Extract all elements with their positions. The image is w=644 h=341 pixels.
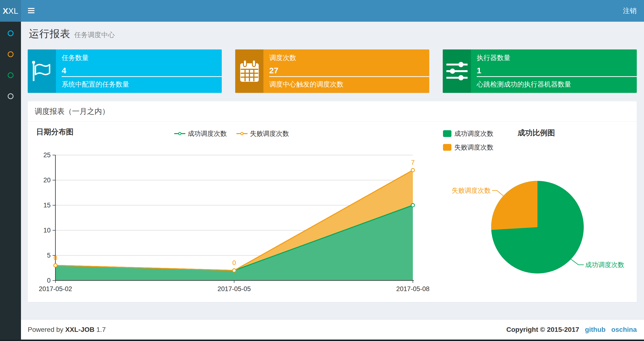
info-box-description: 系统中配置的任务数量 [62, 80, 222, 89]
x-axis-labels: 2017-05-022017-05-052017-05-08 [39, 280, 430, 292]
brand-logo-rest: XL [8, 6, 18, 16]
line-legend-marker-icon [236, 133, 248, 134]
info-box-value: 4 [62, 66, 222, 75]
sidebar-toggle-icon[interactable] [28, 8, 34, 14]
info-box-content: 调度次数 27 调度中心触发的调度次数 [264, 50, 429, 93]
footer-powered-by: Powered by XXL-JOB 1.7 [28, 326, 106, 333]
legend-item-success[interactable]: 成功调度次数 [443, 129, 493, 138]
app-root: XXL 注销 运行报表任务调度中心 任务数量 4 系统中配置的任 [0, 0, 644, 341]
info-box-value: 1 [477, 66, 637, 75]
pie-chart-legend: 成功调度次数 失败调度次数 [443, 129, 493, 157]
svg-text:15: 15 [44, 202, 50, 209]
svg-text:2017-05-05: 2017-05-05 [218, 285, 251, 292]
page-header: 运行报表任务调度中心 [21, 22, 644, 41]
pie-legend-swatch-icon [443, 144, 452, 151]
info-box-label: 执行器数量 [477, 53, 637, 63]
footer-copyright: Copyright © 2015-2017 github oschina [506, 326, 637, 333]
info-box-label: 调度次数 [269, 53, 429, 63]
svg-text:2017-05-02: 2017-05-02 [39, 285, 72, 292]
info-box-description: 心跳检测成功的执行器机器数量 [477, 80, 637, 89]
legend-item-success[interactable]: 成功调度次数 [174, 129, 227, 138]
github-link[interactable]: github [585, 326, 606, 333]
info-box-divider [62, 76, 222, 77]
line-chart-title: 日期分布图 [36, 127, 74, 137]
info-box-divider [269, 76, 429, 77]
sidebar-menu-circle-outline-icon[interactable] [8, 51, 14, 57]
pie-legend-swatch-icon [443, 130, 452, 137]
legend-label: 失败调度次数 [454, 143, 493, 152]
line-legend-marker-icon [174, 133, 185, 134]
pie-chart-title: 成功比例图 [488, 128, 584, 138]
line-chart-legend: 成功调度次数 失败调度次数 [174, 129, 289, 138]
fail-marker [411, 168, 414, 172]
bottom-edge-strip [0, 339, 644, 341]
legend-label: 失败调度次数 [250, 129, 289, 138]
sidebar-nav [0, 22, 21, 341]
fail-marker [232, 269, 236, 272]
info-box-content: 任务数量 4 系统中配置的任务数量 [56, 50, 222, 93]
legend-item-fail[interactable]: 失败调度次数 [443, 143, 493, 152]
info-box-row: 任务数量 4 系统中配置的任务数量 [28, 50, 637, 93]
sidebar-menu-circle-outline-icon[interactable] [8, 72, 14, 78]
sliders-icon [443, 50, 471, 93]
info-box-executors: 执行器数量 1 心跳检测成功的执行器机器数量 [443, 50, 637, 93]
page-subtitle: 任务调度中心 [74, 31, 115, 39]
sidebar-menu-circle-outline-icon[interactable] [8, 30, 14, 36]
content-area: 运行报表任务调度中心 [21, 22, 644, 41]
info-box-label: 任务数量 [62, 53, 222, 63]
fail-data-label: 0 [232, 259, 236, 266]
report-panel: 调度报表（一月之内） 05101520252017-05-022017-05-0… [28, 101, 637, 302]
flag-icon [28, 50, 56, 93]
svg-text:10: 10 [44, 227, 50, 234]
info-box-value: 27 [269, 66, 429, 75]
pie-fail-label: 失败调度次数 [452, 187, 491, 194]
svg-text:2017-05-08: 2017-05-08 [396, 285, 430, 292]
product-name: XXL-JOB [65, 326, 94, 333]
fail-marker [54, 264, 57, 267]
powered-prefix: Powered by [28, 326, 64, 333]
info-box-content: 执行器数量 1 心跳检测成功的执行器机器数量 [471, 50, 637, 93]
info-box-description: 调度中心触发的调度次数 [269, 80, 429, 89]
oschina-link[interactable]: oschina [611, 326, 637, 333]
legend-label: 成功调度次数 [188, 129, 227, 138]
svg-text:25: 25 [44, 151, 50, 159]
page-title: 运行报表 [29, 28, 70, 39]
pie-fail-slice [491, 181, 538, 230]
legend-label: 成功调度次数 [454, 129, 493, 138]
fail-data-label: 0 [54, 254, 57, 262]
svg-text:0: 0 [47, 277, 50, 284]
brand-logo-bold: X [3, 6, 8, 16]
calendar-icon [235, 50, 264, 93]
success-label-line [571, 259, 584, 265]
top-navbar: XXL 注销 [0, 0, 644, 22]
info-box-jobs: 任务数量 4 系统中配置的任务数量 [28, 50, 222, 93]
fail-data-label: 7 [411, 159, 414, 166]
svg-text:5: 5 [47, 252, 50, 259]
copyright-text: Copyright © 2015-2017 [506, 326, 579, 333]
brand-logo[interactable]: XXL [0, 0, 21, 22]
page-footer: Powered by XXL-JOB 1.7 Copyright © 2015-… [21, 319, 644, 339]
svg-text:20: 20 [44, 177, 50, 184]
sidebar-menu-circle-outline-icon[interactable] [8, 93, 14, 99]
success-marker [411, 204, 414, 207]
product-version: 1.7 [96, 326, 106, 333]
info-box-triggers: 调度次数 27 调度中心触发的调度次数 [235, 50, 429, 93]
logout-link[interactable]: 注销 [622, 0, 638, 22]
legend-item-fail[interactable]: 失败调度次数 [236, 129, 289, 138]
pie-success-label: 成功调度次数 [585, 261, 624, 268]
info-box-divider [477, 76, 637, 77]
